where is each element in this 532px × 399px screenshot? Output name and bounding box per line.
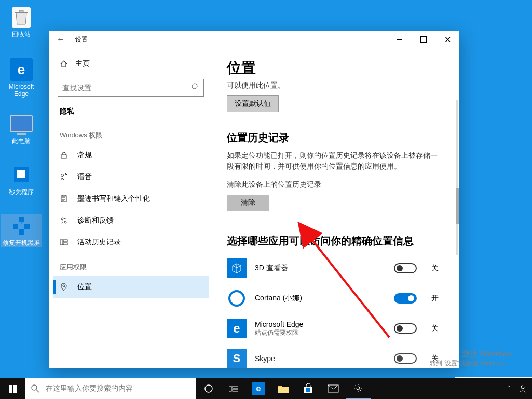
toggle-cortana[interactable] xyxy=(394,293,417,304)
app-row-3d-viewer: 3D 查看器 关 xyxy=(227,253,444,283)
lock-icon xyxy=(60,151,68,159)
task-view-button[interactable] xyxy=(221,378,246,399)
windows-logo-icon xyxy=(9,385,17,393)
recycle-bin-icon xyxy=(12,7,31,28)
nav-label: 诊断和反馈 xyxy=(77,216,114,225)
tray-people[interactable] xyxy=(516,378,529,399)
activation-watermark: 激活 Windows 转到"设置"以激活 Windows。 xyxy=(430,349,511,368)
taskbar-mail[interactable] xyxy=(321,378,346,399)
app-row-skype: S Skype 关 xyxy=(227,343,444,368)
home-nav[interactable]: 主页 xyxy=(53,54,209,74)
app-icon xyxy=(10,163,33,186)
app-name: 3D 查看器 xyxy=(255,264,386,273)
watermark-line1: 激活 Windows xyxy=(430,349,511,359)
svg-rect-8 xyxy=(61,155,66,158)
toggle-state: 开 xyxy=(431,294,444,303)
svg-rect-27 xyxy=(308,388,310,390)
clipboard-icon xyxy=(60,195,68,203)
page-title: 位置 xyxy=(227,58,444,78)
skype-icon: S xyxy=(227,349,247,368)
section-label: Windows 权限 xyxy=(53,121,209,144)
desktop-label: Microsoft Edge xyxy=(1,83,42,98)
window-title: 设置 xyxy=(75,35,88,44)
toggle-3d-viewer[interactable] xyxy=(394,263,417,273)
nav-diagnostics[interactable]: 诊断和反馈 xyxy=(53,210,209,231)
svg-point-12 xyxy=(61,218,63,220)
toggle-edge[interactable] xyxy=(394,323,417,334)
tray-expand[interactable]: ˄ xyxy=(503,378,515,399)
minimize-button[interactable] xyxy=(388,31,412,48)
toggle-state: 关 xyxy=(431,264,444,273)
svg-point-17 xyxy=(63,285,65,287)
desktop-icon-edge[interactable]: e Microsoft Edge xyxy=(1,58,42,98)
app-row-cortana: Cortana (小娜) 开 xyxy=(227,283,444,313)
sidebar: 主页 隐私 Windows 权限 常规 语音 墨迹书写和键入个性化 xyxy=(49,48,209,368)
svg-rect-29 xyxy=(308,390,310,392)
taskbar: 在这里输入你要搜索的内容 e ˄ xyxy=(0,378,532,399)
taskbar-search[interactable]: 在这里输入你要搜索的内容 xyxy=(25,378,196,399)
cutoff-text: 可以使用此位置。 xyxy=(227,81,444,90)
svg-point-32 xyxy=(521,386,524,389)
close-button[interactable]: ✕ xyxy=(435,31,459,48)
taskbar-explorer[interactable] xyxy=(271,378,296,399)
nav-location[interactable]: 位置 xyxy=(53,276,209,298)
speech-icon xyxy=(60,173,68,181)
titlebar: ← 设置 ✕ xyxy=(49,31,459,48)
toggle-skype[interactable] xyxy=(394,353,417,364)
nav-activity-history[interactable]: 活动历史记录 xyxy=(53,231,209,253)
desktop-label: 秒关程序 xyxy=(1,188,42,197)
svg-point-20 xyxy=(205,385,212,392)
search-icon xyxy=(191,82,199,93)
back-button[interactable]: ← xyxy=(57,35,71,44)
taskbar-store[interactable] xyxy=(296,378,321,399)
section-label: 应用权限 xyxy=(53,253,209,276)
nav-general[interactable]: 常规 xyxy=(53,144,209,166)
scrollbar-track[interactable] xyxy=(456,100,458,255)
nav-inking[interactable]: 墨迹书写和键入个性化 xyxy=(53,188,209,210)
svg-rect-24 xyxy=(278,387,289,393)
svg-rect-22 xyxy=(233,386,238,388)
start-button[interactable] xyxy=(0,378,25,399)
svg-rect-15 xyxy=(63,240,67,242)
desktop-icon-recycle-bin[interactable]: 回收站 xyxy=(1,7,42,39)
taskbar-settings-active[interactable] xyxy=(346,378,371,399)
system-tray: ˄ xyxy=(503,378,532,399)
nav-label: 活动历史记录 xyxy=(77,238,121,247)
cortana-icon xyxy=(227,288,247,308)
maximize-button[interactable] xyxy=(412,31,435,48)
svg-rect-0 xyxy=(19,10,23,12)
svg-rect-4 xyxy=(13,224,18,229)
nav-label: 常规 xyxy=(77,150,92,160)
set-default-button[interactable]: 设置默认值 xyxy=(227,95,279,112)
search-input[interactable] xyxy=(62,84,191,92)
desktop-icon-fix-blackscreen[interactable]: 修复开机黑屏 xyxy=(1,214,42,247)
desktop-icon-this-pc[interactable]: 此电脑 xyxy=(1,112,42,146)
edge-icon: e xyxy=(10,58,33,81)
svg-rect-5 xyxy=(24,224,30,229)
cortana-button[interactable] xyxy=(196,378,221,399)
svg-rect-28 xyxy=(306,390,308,392)
history-heading: 位置历史记录 xyxy=(227,131,444,145)
nav-label: 位置 xyxy=(77,282,92,292)
svg-point-31 xyxy=(357,387,360,390)
search-input-wrapper[interactable] xyxy=(58,79,204,97)
taskbar-edge[interactable]: e xyxy=(246,378,271,399)
window-controls: ✕ xyxy=(388,31,459,48)
nav-speech[interactable]: 语音 xyxy=(53,166,209,188)
desktop-icon-sec-shutdown[interactable]: 秒关程序 xyxy=(1,163,42,197)
nav-label: 语音 xyxy=(77,172,92,182)
scrollbar-thumb[interactable] xyxy=(456,188,459,224)
search-placeholder: 在这里输入你要搜索的内容 xyxy=(46,384,133,393)
clear-button[interactable]: 清除 xyxy=(227,195,269,211)
location-icon xyxy=(60,283,68,291)
app-name: Skype xyxy=(255,354,386,363)
svg-rect-26 xyxy=(306,388,308,390)
svg-rect-23 xyxy=(233,389,238,391)
search-icon xyxy=(31,384,39,393)
app-icon xyxy=(10,214,33,237)
svg-rect-14 xyxy=(60,240,63,245)
svg-point-7 xyxy=(192,84,197,89)
clear-label: 清除此设备上的位置历史记录 xyxy=(227,180,444,189)
home-label: 主页 xyxy=(75,59,90,68)
app-name: Cortana (小娜) xyxy=(255,294,386,303)
